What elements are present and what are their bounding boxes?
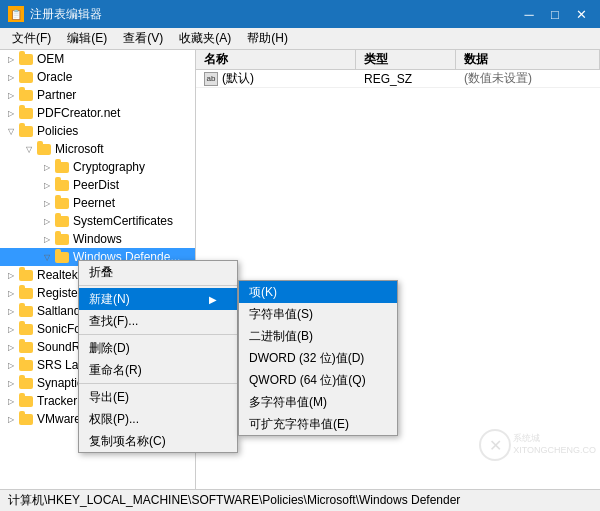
submenu-item-dword[interactable]: DWORD (32 位)值(D) — [239, 347, 397, 369]
submenu-string-label: 字符串值(S) — [249, 306, 313, 323]
tree-item-oem[interactable]: ▷ OEM — [0, 50, 195, 68]
expand-icon: ▷ — [40, 178, 54, 192]
expand-icon: ▷ — [4, 70, 18, 84]
tree-item-windows[interactable]: ▷ Windows — [0, 230, 195, 248]
tree-label: PDFCreator.net — [37, 106, 120, 120]
folder-icon — [18, 286, 34, 300]
submenu-item-string[interactable]: 字符串值(S) — [239, 303, 397, 325]
expand-icon: ▷ — [4, 394, 18, 408]
submenu-item-qword[interactable]: QWORD (64 位)值(Q) — [239, 369, 397, 391]
folder-icon — [18, 376, 34, 390]
folder-icon — [18, 70, 34, 84]
tree-label: Policies — [37, 124, 78, 138]
ctx-find[interactable]: 查找(F)... — [79, 310, 237, 332]
folder-icon — [18, 358, 34, 372]
menu-edit[interactable]: 编辑(E) — [59, 28, 115, 49]
tree-item-pdfcreator[interactable]: ▷ PDFCreator.net — [0, 104, 195, 122]
folder-icon — [18, 340, 34, 354]
tree-label: Peernet — [73, 196, 115, 210]
tree-item-peernet[interactable]: ▷ Peernet — [0, 194, 195, 212]
tree-item-policies[interactable]: ▽ Policies — [0, 122, 195, 140]
ctx-separator-2 — [79, 334, 237, 335]
expand-icon: ▷ — [4, 412, 18, 426]
submenu-item-key[interactable]: 项(K) — [239, 281, 397, 303]
registry-row[interactable]: ab (默认) REG_SZ (数值未设置) — [196, 70, 600, 88]
submenu[interactable]: 项(K) 字符串值(S) 二进制值(B) DWORD (32 位)值(D) QW… — [238, 280, 398, 436]
expand-icon: ▷ — [40, 196, 54, 210]
minimize-button[interactable]: ─ — [518, 5, 540, 23]
submenu-item-multistring[interactable]: 多字符串值(M) — [239, 391, 397, 413]
tree-label: Partner — [37, 88, 76, 102]
submenu-item-binary[interactable]: 二进制值(B) — [239, 325, 397, 347]
tree-label: Oracle — [37, 70, 72, 84]
reg-name: ab (默认) — [196, 70, 356, 87]
col-header-name: 名称 — [196, 50, 356, 69]
close-button[interactable]: ✕ — [570, 5, 592, 23]
expand-icon: ▽ — [4, 124, 18, 138]
main-content: ▷ OEM ▷ Oracle ▷ Partner ▷ PDFCreator.ne… — [0, 50, 600, 489]
ctx-export[interactable]: 导出(E) — [79, 386, 237, 408]
ctx-rename[interactable]: 重命名(R) — [79, 359, 237, 381]
col-header-type: 类型 — [356, 50, 456, 69]
ctx-collapse[interactable]: 折叠 — [79, 261, 237, 283]
menu-favorites[interactable]: 收藏夹(A) — [171, 28, 239, 49]
tree-item-systemcerts[interactable]: ▷ SystemCertificates — [0, 212, 195, 230]
menu-help[interactable]: 帮助(H) — [239, 28, 296, 49]
expand-icon: ▷ — [40, 214, 54, 228]
folder-icon — [18, 322, 34, 336]
context-menu[interactable]: 折叠 新建(N) ▶ 查找(F)... 删除(D) 重命名(R) 导出(E) 权… — [78, 260, 238, 453]
expand-icon: ▷ — [4, 340, 18, 354]
expand-icon: ▷ — [40, 160, 54, 174]
ctx-new-label: 新建(N) — [89, 291, 130, 308]
col-header-data: 数据 — [456, 50, 600, 69]
tree-item-cryptography[interactable]: ▷ Cryptography — [0, 158, 195, 176]
folder-icon — [18, 88, 34, 102]
reg-data: (数值未设置) — [456, 70, 600, 87]
folder-icon — [18, 394, 34, 408]
tree-item-oracle[interactable]: ▷ Oracle — [0, 68, 195, 86]
menu-file[interactable]: 文件(F) — [4, 28, 59, 49]
folder-icon — [18, 412, 34, 426]
tree-label: SystemCertificates — [73, 214, 173, 228]
folder-icon — [18, 124, 34, 138]
submenu-qword-label: QWORD (64 位)值(Q) — [249, 372, 366, 389]
folder-icon — [18, 106, 34, 120]
folder-icon — [18, 268, 34, 282]
menu-view[interactable]: 查看(V) — [115, 28, 171, 49]
tree-label: Windows — [73, 232, 122, 246]
ctx-delete[interactable]: 删除(D) — [79, 337, 237, 359]
maximize-button[interactable]: □ — [544, 5, 566, 23]
menu-bar: 文件(F) 编辑(E) 查看(V) 收藏夹(A) 帮助(H) — [0, 28, 600, 50]
folder-icon — [54, 196, 70, 210]
folder-icon — [54, 214, 70, 228]
ctx-collapse-label: 折叠 — [89, 264, 113, 281]
ctx-copy-name[interactable]: 复制项名称(C) — [79, 430, 237, 452]
expand-icon: ▷ — [4, 106, 18, 120]
folder-icon — [54, 250, 70, 264]
folder-icon — [18, 304, 34, 318]
expand-icon: ▷ — [4, 52, 18, 66]
ctx-arrow-icon: ▶ — [209, 294, 217, 305]
ctx-separator-1 — [79, 285, 237, 286]
ctx-separator-3 — [79, 383, 237, 384]
expand-icon: ▷ — [4, 286, 18, 300]
tree-item-microsoft[interactable]: ▽ Microsoft — [0, 140, 195, 158]
reg-type: REG_SZ — [356, 72, 456, 86]
expand-icon: ▷ — [4, 268, 18, 282]
ctx-permissions[interactable]: 权限(P)... — [79, 408, 237, 430]
tree-item-partner[interactable]: ▷ Partner — [0, 86, 195, 104]
submenu-key-label: 项(K) — [249, 284, 277, 301]
title-bar: 📋 注册表编辑器 ─ □ ✕ — [0, 0, 600, 28]
folder-icon — [36, 142, 52, 156]
ctx-rename-label: 重命名(R) — [89, 362, 142, 379]
expand-icon: ▽ — [40, 250, 54, 264]
folder-icon — [54, 160, 70, 174]
tree-item-peerdist[interactable]: ▷ PeerDist — [0, 176, 195, 194]
reg-value-icon: ab — [204, 72, 218, 86]
ctx-copy-name-label: 复制项名称(C) — [89, 433, 166, 450]
tree-label: PeerDist — [73, 178, 119, 192]
app-icon: 📋 — [8, 6, 24, 22]
submenu-item-expandstring[interactable]: 可扩充字符串值(E) — [239, 413, 397, 435]
ctx-new[interactable]: 新建(N) ▶ — [79, 288, 237, 310]
expand-icon: ▷ — [4, 322, 18, 336]
